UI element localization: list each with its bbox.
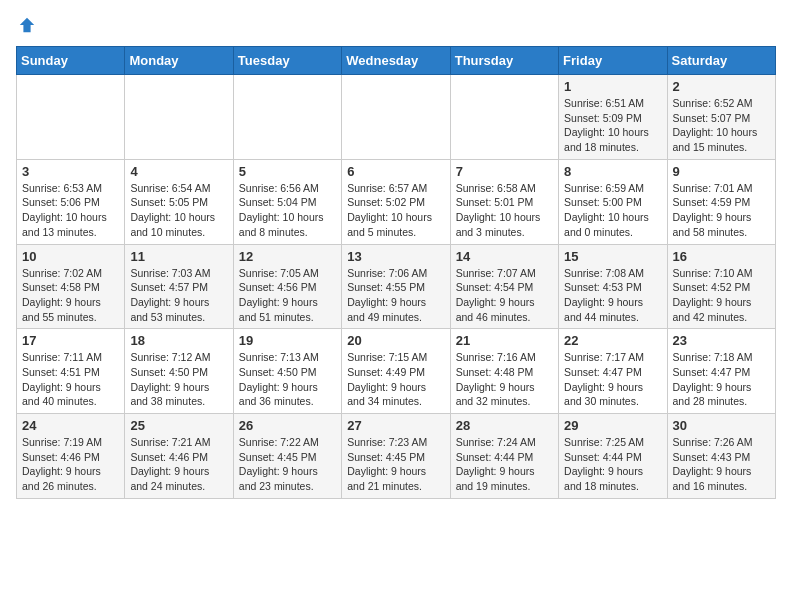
day-number: 19 bbox=[239, 333, 336, 348]
day-info: Sunrise: 7:16 AM Sunset: 4:48 PM Dayligh… bbox=[456, 350, 553, 409]
calendar-week-row: 17Sunrise: 7:11 AM Sunset: 4:51 PM Dayli… bbox=[17, 329, 776, 414]
calendar-cell: 25Sunrise: 7:21 AM Sunset: 4:46 PM Dayli… bbox=[125, 414, 233, 499]
day-info: Sunrise: 7:11 AM Sunset: 4:51 PM Dayligh… bbox=[22, 350, 119, 409]
calendar-cell: 27Sunrise: 7:23 AM Sunset: 4:45 PM Dayli… bbox=[342, 414, 450, 499]
day-info: Sunrise: 7:19 AM Sunset: 4:46 PM Dayligh… bbox=[22, 435, 119, 494]
day-info: Sunrise: 7:12 AM Sunset: 4:50 PM Dayligh… bbox=[130, 350, 227, 409]
day-number: 23 bbox=[673, 333, 770, 348]
logo bbox=[16, 16, 36, 34]
day-number: 11 bbox=[130, 249, 227, 264]
day-number: 6 bbox=[347, 164, 444, 179]
calendar-cell bbox=[17, 75, 125, 160]
day-number: 24 bbox=[22, 418, 119, 433]
day-info: Sunrise: 7:23 AM Sunset: 4:45 PM Dayligh… bbox=[347, 435, 444, 494]
day-number: 16 bbox=[673, 249, 770, 264]
calendar-cell: 26Sunrise: 7:22 AM Sunset: 4:45 PM Dayli… bbox=[233, 414, 341, 499]
calendar-cell: 10Sunrise: 7:02 AM Sunset: 4:58 PM Dayli… bbox=[17, 244, 125, 329]
calendar-table: SundayMondayTuesdayWednesdayThursdayFrid… bbox=[16, 46, 776, 499]
day-number: 17 bbox=[22, 333, 119, 348]
day-number: 30 bbox=[673, 418, 770, 433]
day-number: 3 bbox=[22, 164, 119, 179]
day-info: Sunrise: 7:22 AM Sunset: 4:45 PM Dayligh… bbox=[239, 435, 336, 494]
calendar-cell bbox=[450, 75, 558, 160]
calendar-cell bbox=[233, 75, 341, 160]
page-header bbox=[16, 16, 776, 34]
day-number: 9 bbox=[673, 164, 770, 179]
weekday-header-saturday: Saturday bbox=[667, 47, 775, 75]
day-number: 5 bbox=[239, 164, 336, 179]
day-info: Sunrise: 6:54 AM Sunset: 5:05 PM Dayligh… bbox=[130, 181, 227, 240]
day-info: Sunrise: 6:52 AM Sunset: 5:07 PM Dayligh… bbox=[673, 96, 770, 155]
calendar-cell: 12Sunrise: 7:05 AM Sunset: 4:56 PM Dayli… bbox=[233, 244, 341, 329]
day-info: Sunrise: 7:13 AM Sunset: 4:50 PM Dayligh… bbox=[239, 350, 336, 409]
weekday-header-row: SundayMondayTuesdayWednesdayThursdayFrid… bbox=[17, 47, 776, 75]
day-info: Sunrise: 7:15 AM Sunset: 4:49 PM Dayligh… bbox=[347, 350, 444, 409]
calendar-cell: 23Sunrise: 7:18 AM Sunset: 4:47 PM Dayli… bbox=[667, 329, 775, 414]
calendar-week-row: 10Sunrise: 7:02 AM Sunset: 4:58 PM Dayli… bbox=[17, 244, 776, 329]
calendar-cell: 2Sunrise: 6:52 AM Sunset: 5:07 PM Daylig… bbox=[667, 75, 775, 160]
day-info: Sunrise: 6:57 AM Sunset: 5:02 PM Dayligh… bbox=[347, 181, 444, 240]
day-info: Sunrise: 7:05 AM Sunset: 4:56 PM Dayligh… bbox=[239, 266, 336, 325]
calendar-cell: 19Sunrise: 7:13 AM Sunset: 4:50 PM Dayli… bbox=[233, 329, 341, 414]
calendar-cell: 9Sunrise: 7:01 AM Sunset: 4:59 PM Daylig… bbox=[667, 159, 775, 244]
weekday-header-wednesday: Wednesday bbox=[342, 47, 450, 75]
calendar-cell: 13Sunrise: 7:06 AM Sunset: 4:55 PM Dayli… bbox=[342, 244, 450, 329]
day-number: 26 bbox=[239, 418, 336, 433]
day-info: Sunrise: 7:17 AM Sunset: 4:47 PM Dayligh… bbox=[564, 350, 661, 409]
day-info: Sunrise: 6:56 AM Sunset: 5:04 PM Dayligh… bbox=[239, 181, 336, 240]
day-number: 25 bbox=[130, 418, 227, 433]
day-number: 4 bbox=[130, 164, 227, 179]
calendar-cell: 8Sunrise: 6:59 AM Sunset: 5:00 PM Daylig… bbox=[559, 159, 667, 244]
calendar-cell: 1Sunrise: 6:51 AM Sunset: 5:09 PM Daylig… bbox=[559, 75, 667, 160]
day-info: Sunrise: 7:08 AM Sunset: 4:53 PM Dayligh… bbox=[564, 266, 661, 325]
calendar-cell: 22Sunrise: 7:17 AM Sunset: 4:47 PM Dayli… bbox=[559, 329, 667, 414]
day-number: 13 bbox=[347, 249, 444, 264]
calendar-cell: 28Sunrise: 7:24 AM Sunset: 4:44 PM Dayli… bbox=[450, 414, 558, 499]
day-info: Sunrise: 7:26 AM Sunset: 4:43 PM Dayligh… bbox=[673, 435, 770, 494]
calendar-cell: 11Sunrise: 7:03 AM Sunset: 4:57 PM Dayli… bbox=[125, 244, 233, 329]
day-number: 21 bbox=[456, 333, 553, 348]
day-info: Sunrise: 6:53 AM Sunset: 5:06 PM Dayligh… bbox=[22, 181, 119, 240]
day-info: Sunrise: 7:24 AM Sunset: 4:44 PM Dayligh… bbox=[456, 435, 553, 494]
calendar-cell: 17Sunrise: 7:11 AM Sunset: 4:51 PM Dayli… bbox=[17, 329, 125, 414]
logo-icon bbox=[18, 16, 36, 34]
day-info: Sunrise: 7:07 AM Sunset: 4:54 PM Dayligh… bbox=[456, 266, 553, 325]
calendar-cell bbox=[125, 75, 233, 160]
day-number: 10 bbox=[22, 249, 119, 264]
day-number: 8 bbox=[564, 164, 661, 179]
calendar-week-row: 1Sunrise: 6:51 AM Sunset: 5:09 PM Daylig… bbox=[17, 75, 776, 160]
calendar-cell: 7Sunrise: 6:58 AM Sunset: 5:01 PM Daylig… bbox=[450, 159, 558, 244]
calendar-week-row: 24Sunrise: 7:19 AM Sunset: 4:46 PM Dayli… bbox=[17, 414, 776, 499]
day-info: Sunrise: 6:58 AM Sunset: 5:01 PM Dayligh… bbox=[456, 181, 553, 240]
calendar-cell: 3Sunrise: 6:53 AM Sunset: 5:06 PM Daylig… bbox=[17, 159, 125, 244]
calendar-cell: 14Sunrise: 7:07 AM Sunset: 4:54 PM Dayli… bbox=[450, 244, 558, 329]
calendar-cell: 24Sunrise: 7:19 AM Sunset: 4:46 PM Dayli… bbox=[17, 414, 125, 499]
calendar-cell: 16Sunrise: 7:10 AM Sunset: 4:52 PM Dayli… bbox=[667, 244, 775, 329]
day-number: 12 bbox=[239, 249, 336, 264]
day-number: 15 bbox=[564, 249, 661, 264]
day-info: Sunrise: 7:02 AM Sunset: 4:58 PM Dayligh… bbox=[22, 266, 119, 325]
day-number: 29 bbox=[564, 418, 661, 433]
weekday-header-tuesday: Tuesday bbox=[233, 47, 341, 75]
calendar-cell: 29Sunrise: 7:25 AM Sunset: 4:44 PM Dayli… bbox=[559, 414, 667, 499]
day-info: Sunrise: 7:06 AM Sunset: 4:55 PM Dayligh… bbox=[347, 266, 444, 325]
calendar-cell: 20Sunrise: 7:15 AM Sunset: 4:49 PM Dayli… bbox=[342, 329, 450, 414]
day-number: 27 bbox=[347, 418, 444, 433]
calendar-cell bbox=[342, 75, 450, 160]
calendar-cell: 5Sunrise: 6:56 AM Sunset: 5:04 PM Daylig… bbox=[233, 159, 341, 244]
calendar-cell: 18Sunrise: 7:12 AM Sunset: 4:50 PM Dayli… bbox=[125, 329, 233, 414]
day-number: 14 bbox=[456, 249, 553, 264]
weekday-header-friday: Friday bbox=[559, 47, 667, 75]
day-info: Sunrise: 6:59 AM Sunset: 5:00 PM Dayligh… bbox=[564, 181, 661, 240]
day-info: Sunrise: 7:18 AM Sunset: 4:47 PM Dayligh… bbox=[673, 350, 770, 409]
calendar-cell: 15Sunrise: 7:08 AM Sunset: 4:53 PM Dayli… bbox=[559, 244, 667, 329]
day-number: 1 bbox=[564, 79, 661, 94]
calendar-cell: 6Sunrise: 6:57 AM Sunset: 5:02 PM Daylig… bbox=[342, 159, 450, 244]
day-info: Sunrise: 7:25 AM Sunset: 4:44 PM Dayligh… bbox=[564, 435, 661, 494]
day-number: 28 bbox=[456, 418, 553, 433]
calendar-cell: 30Sunrise: 7:26 AM Sunset: 4:43 PM Dayli… bbox=[667, 414, 775, 499]
weekday-header-sunday: Sunday bbox=[17, 47, 125, 75]
day-info: Sunrise: 7:01 AM Sunset: 4:59 PM Dayligh… bbox=[673, 181, 770, 240]
calendar-week-row: 3Sunrise: 6:53 AM Sunset: 5:06 PM Daylig… bbox=[17, 159, 776, 244]
day-info: Sunrise: 7:10 AM Sunset: 4:52 PM Dayligh… bbox=[673, 266, 770, 325]
